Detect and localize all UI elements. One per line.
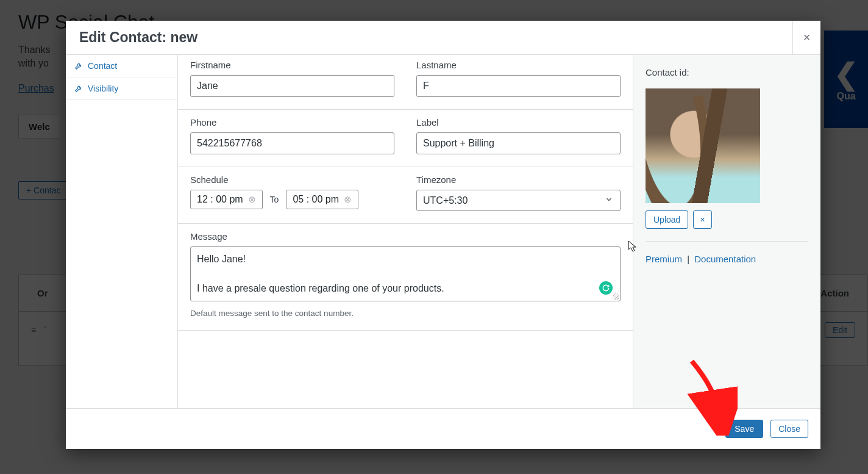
schedule-to-value: 05 : 00 pm xyxy=(293,194,339,205)
resize-handle[interactable] xyxy=(613,293,619,300)
message-helper: Default message sent to the contact numb… xyxy=(190,309,621,318)
phone-label: Phone xyxy=(190,117,394,127)
modal-header: Edit Contact: new × xyxy=(66,21,820,55)
upload-button[interactable]: Upload xyxy=(646,210,688,229)
wrench-icon xyxy=(74,84,83,93)
firstname-input[interactable] xyxy=(190,75,394,97)
schedule-from-value: 12 : 00 pm xyxy=(197,194,243,205)
message-input[interactable]: Hello Jane! I have a presale question re… xyxy=(190,246,621,301)
schedule-to-text: To xyxy=(270,195,279,204)
right-panel: Contact id: Upload × Premium | Documenta… xyxy=(633,55,820,408)
modal-side-tabs: Contact Visibility xyxy=(66,55,178,408)
links-sep: | xyxy=(687,254,689,264)
contact-id-label: Contact id: xyxy=(646,67,808,77)
side-tab-contact[interactable]: Contact xyxy=(66,55,177,77)
side-tab-contact-label: Contact xyxy=(88,61,117,71)
timezone-label: Timezone xyxy=(416,174,621,185)
lastname-input[interactable] xyxy=(416,75,621,97)
firstname-label: Firstname xyxy=(190,60,394,70)
schedule-label: Schedule xyxy=(190,174,394,185)
label-input[interactable] xyxy=(416,132,621,154)
avatar-image xyxy=(646,88,760,203)
schedule-from-clear-icon[interactable]: ⊗ xyxy=(248,194,256,205)
documentation-link[interactable]: Documentation xyxy=(694,254,756,264)
phone-input[interactable] xyxy=(190,132,394,154)
modal-close-button[interactable]: × xyxy=(792,21,820,54)
close-button[interactable]: Close xyxy=(770,420,808,438)
lastname-label: Lastname xyxy=(416,60,621,70)
message-line2: I have a presale question regarding one … xyxy=(197,283,444,293)
side-tab-visibility[interactable]: Visibility xyxy=(66,77,177,100)
schedule-to-input[interactable]: 05 : 00 pm ⊗ xyxy=(286,190,358,209)
schedule-to-clear-icon[interactable]: ⊗ xyxy=(344,194,352,205)
message-label: Message xyxy=(190,231,621,242)
divider xyxy=(646,241,808,242)
modal-title: Edit Contact: new xyxy=(79,29,197,46)
avatar-clear-button[interactable]: × xyxy=(693,210,711,229)
schedule-from-input[interactable]: 12 : 00 pm ⊗ xyxy=(190,190,263,209)
edit-contact-modal: Edit Contact: new × Contact Visibility F… xyxy=(66,21,820,449)
modal-footer: Save Close xyxy=(66,409,820,449)
label-label: Label xyxy=(416,117,621,127)
wrench-icon xyxy=(74,62,83,70)
timezone-select[interactable]: UTC+5:30 xyxy=(416,190,621,211)
save-button[interactable]: Save xyxy=(725,420,763,438)
form-area[interactable]: Firstname Lastname Phone L xyxy=(178,55,633,408)
side-tab-visibility-label: Visibility xyxy=(88,84,118,93)
premium-link[interactable]: Premium xyxy=(646,254,682,264)
grammarly-icon[interactable] xyxy=(599,281,613,295)
message-line1: Hello Jane! xyxy=(197,254,246,264)
